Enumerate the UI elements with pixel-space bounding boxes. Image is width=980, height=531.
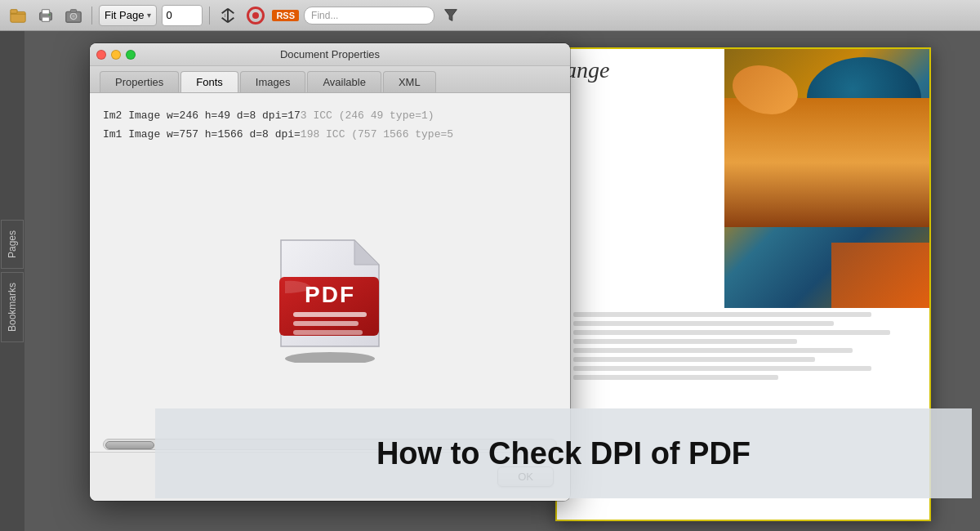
pdf-food-image — [724, 49, 929, 308]
chevron-down-icon: ▾ — [147, 11, 151, 20]
print-icon[interactable] — [34, 4, 57, 27]
open-folder-icon[interactable] — [7, 4, 29, 27]
sidebar-tab-bookmarks[interactable]: Bookmarks — [1, 272, 24, 342]
svg-line-14 — [228, 17, 234, 22]
svg-rect-17 — [279, 277, 379, 336]
svg-rect-3 — [42, 9, 49, 14]
svg-point-8 — [72, 15, 75, 18]
svg-rect-21 — [293, 330, 363, 335]
fit-page-label: Fit Page — [105, 9, 144, 21]
window-minimize-button[interactable] — [111, 50, 121, 60]
pdf-text-lines — [565, 308, 931, 384]
sidebar-tab-pages[interactable]: Pages — [1, 220, 24, 269]
tab-images[interactable]: Images — [240, 71, 306, 92]
svg-text:PDF: PDF — [305, 282, 355, 307]
svg-point-5 — [48, 13, 51, 16]
funnel-icon[interactable] — [439, 4, 462, 27]
image-info-line-1: Im2 Image w=246 h=49 d=8 dpi=173 ICC (24… — [103, 106, 557, 125]
pdf-icon-container: PDF — [248, 199, 412, 379]
tab-properties[interactable]: Properties — [100, 71, 179, 92]
dialog-titlebar: Document Properties — [90, 43, 570, 66]
lifesaver-icon[interactable] — [244, 4, 267, 27]
dialog-tab-bar: Properties Fonts Images Available XML — [90, 66, 570, 93]
page-number-input[interactable]: 0 — [162, 5, 203, 26]
banner-text: How to Check DPI of PDF — [376, 436, 751, 471]
main-area: Pages Bookmarks ange — [0, 31, 980, 531]
svg-rect-9 — [70, 9, 76, 12]
separator-1 — [91, 7, 92, 25]
tab-xml[interactable]: XML — [383, 71, 436, 92]
window-maximize-button[interactable] — [126, 50, 136, 60]
svg-rect-20 — [293, 321, 359, 326]
dialog-title: Document Properties — [280, 48, 380, 60]
separator-2 — [209, 7, 210, 25]
fit-page-dropdown[interactable]: Fit Page ▾ — [99, 5, 157, 26]
bottom-banner: How to Check DPI of PDF — [155, 408, 972, 498]
image-info-line-2: Im1 Image w=757 h=1566 d=8 dpi=198 ICC (… — [103, 125, 557, 144]
svg-rect-1 — [11, 9, 17, 13]
pdf-preview-area: ange — [24, 31, 980, 531]
rss-badge[interactable]: RSS — [272, 10, 299, 21]
svg-line-13 — [222, 17, 228, 22]
svg-point-16 — [285, 352, 375, 363]
tab-fonts[interactable]: Fonts — [180, 71, 238, 92]
svg-line-12 — [228, 8, 234, 13]
pdf-title-partial: ange — [565, 57, 609, 83]
cursor-tool-icon[interactable]: I — [216, 4, 239, 27]
pdf-file-icon: PDF — [265, 216, 395, 363]
svg-rect-19 — [293, 312, 367, 317]
toolbar: Fit Page ▾ 0 I RSS Find... — [0, 0, 980, 31]
sidebar-tabs: Pages Bookmarks — [0, 31, 24, 531]
camera-icon[interactable] — [62, 4, 85, 27]
window-controls — [96, 50, 136, 60]
tab-available[interactable]: Available — [307, 71, 381, 92]
svg-text:I: I — [225, 12, 226, 17]
search-input[interactable]: Find... — [304, 7, 434, 25]
svg-rect-4 — [42, 16, 49, 21]
window-close-button[interactable] — [96, 50, 106, 60]
